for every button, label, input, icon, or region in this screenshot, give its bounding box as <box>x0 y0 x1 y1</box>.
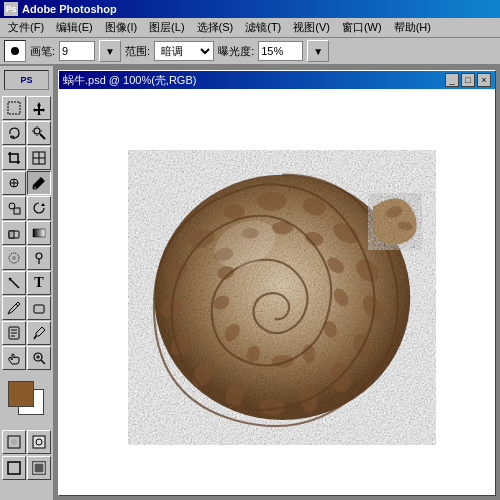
tool-type[interactable]: T <box>27 271 51 295</box>
tool-hand[interactable] <box>2 346 26 370</box>
tool-row-4 <box>2 171 51 195</box>
tool-blur[interactable] <box>2 246 26 270</box>
menu-filter[interactable]: 滤镜(T) <box>239 18 287 37</box>
tool-shape[interactable] <box>27 296 51 320</box>
doc-maximize-btn[interactable]: □ <box>461 73 475 87</box>
tool-quick-mask-on[interactable] <box>27 430 51 454</box>
tool-row-10 <box>2 321 51 345</box>
menu-window[interactable]: 窗口(W) <box>336 18 388 37</box>
tool-eraser[interactable] <box>2 221 26 245</box>
svg-line-33 <box>41 360 45 364</box>
svg-rect-38 <box>33 436 45 448</box>
svg-point-3 <box>34 128 40 134</box>
svg-rect-16 <box>14 208 20 214</box>
document-controls: _ □ × <box>445 73 491 87</box>
document-window: 蜗牛.psd @ 100%(壳,RGB) _ □ × <box>58 70 496 496</box>
toolbox: PS <box>0 66 54 500</box>
menu-select[interactable]: 选择(S) <box>191 18 240 37</box>
ps-logo: PS <box>4 70 49 90</box>
svg-point-14 <box>34 187 37 190</box>
main-area: PS <box>0 66 500 500</box>
tool-notes[interactable] <box>2 321 26 345</box>
document-title: 蜗牛.psd @ 100%(壳,RGB) <box>63 73 196 88</box>
menu-file[interactable]: 文件(F) <box>2 18 50 37</box>
brush-preview <box>4 40 26 62</box>
svg-line-31 <box>34 336 36 339</box>
tool-marquee[interactable] <box>2 96 26 120</box>
options-bar: 画笔: 9 ▼ 范围: 暗调 中间调 高光 曝光度: ▼ <box>0 38 500 66</box>
tool-row-6 <box>2 221 51 245</box>
exposure-input[interactable] <box>258 41 303 61</box>
svg-rect-19 <box>33 229 45 237</box>
foreground-color-swatch[interactable] <box>8 381 34 407</box>
title-bar: Ps Adobe Photoshop <box>0 0 500 18</box>
tool-crop[interactable] <box>2 146 26 170</box>
brush-size-input[interactable]: 9 <box>59 41 95 61</box>
tool-clone[interactable] <box>2 196 26 220</box>
doc-minimize-btn[interactable]: _ <box>445 73 459 87</box>
tool-row-9 <box>2 296 51 320</box>
color-area <box>2 375 51 427</box>
document-content <box>59 89 495 495</box>
svg-point-22 <box>36 253 42 259</box>
exposure-dropdown-btn[interactable]: ▼ <box>307 40 329 62</box>
tool-history[interactable] <box>27 196 51 220</box>
tool-full-screen[interactable] <box>27 456 51 480</box>
svg-point-37 <box>11 439 17 445</box>
tool-row-8: T <box>2 271 51 295</box>
tool-lasso[interactable] <box>2 121 26 145</box>
menu-image[interactable]: 图像(I) <box>99 18 143 37</box>
svg-rect-26 <box>34 305 44 313</box>
tool-std-screen[interactable] <box>2 456 26 480</box>
svg-rect-18 <box>9 231 14 238</box>
tool-zoom[interactable] <box>27 346 51 370</box>
svg-line-2 <box>40 134 45 139</box>
document-title-bar: 蜗牛.psd @ 100%(壳,RGB) _ □ × <box>59 71 495 89</box>
brush-dropdown-btn[interactable]: ▼ <box>99 40 121 62</box>
tool-quick-mask-off[interactable] <box>2 430 26 454</box>
tool-row-2 <box>2 121 51 145</box>
tool-row-extra2 <box>2 456 51 480</box>
svg-rect-40 <box>8 462 20 474</box>
tool-path-select[interactable] <box>2 271 26 295</box>
brush-label: 画笔: <box>30 44 55 59</box>
tool-magic-wand[interactable] <box>27 121 51 145</box>
tool-healing[interactable] <box>2 171 26 195</box>
svg-marker-1 <box>33 102 45 115</box>
type-icon: T <box>34 275 43 291</box>
doc-close-btn[interactable]: × <box>477 73 491 87</box>
menu-edit[interactable]: 编辑(E) <box>50 18 99 37</box>
svg-point-21 <box>12 256 16 260</box>
tool-brush[interactable] <box>27 171 51 195</box>
tool-move[interactable] <box>27 96 51 120</box>
range-label: 范围: <box>125 44 150 59</box>
tool-row-7 <box>2 246 51 270</box>
tool-row-extra1 <box>2 430 51 454</box>
tool-pen[interactable] <box>2 296 26 320</box>
tool-row-11 <box>2 346 51 370</box>
snail-image <box>117 132 437 452</box>
tool-dodge[interactable] <box>27 246 51 270</box>
tool-row-1 <box>2 96 51 120</box>
canvas-area: 蜗牛.psd @ 100%(壳,RGB) _ □ × <box>54 66 500 500</box>
tool-gradient[interactable] <box>27 221 51 245</box>
menu-help[interactable]: 帮助(H) <box>388 18 437 37</box>
app-icon: Ps <box>4 2 18 16</box>
menu-bar: 文件(F) 编辑(E) 图像(I) 图层(L) 选择(S) 滤镜(T) 视图(V… <box>0 18 500 38</box>
tool-row-3 <box>2 146 51 170</box>
exposure-label: 曝光度: <box>218 44 254 59</box>
menu-view[interactable]: 视图(V) <box>287 18 336 37</box>
svg-line-25 <box>16 304 18 306</box>
range-select[interactable]: 暗调 中间调 高光 <box>154 41 214 61</box>
tool-row-5 <box>2 196 51 220</box>
svg-rect-0 <box>8 102 20 114</box>
menu-layer[interactable]: 图层(L) <box>143 18 190 37</box>
tool-slice[interactable] <box>27 146 51 170</box>
svg-point-46 <box>257 192 287 211</box>
tool-eyedropper[interactable] <box>27 321 51 345</box>
app-title: Adobe Photoshop <box>22 3 117 15</box>
